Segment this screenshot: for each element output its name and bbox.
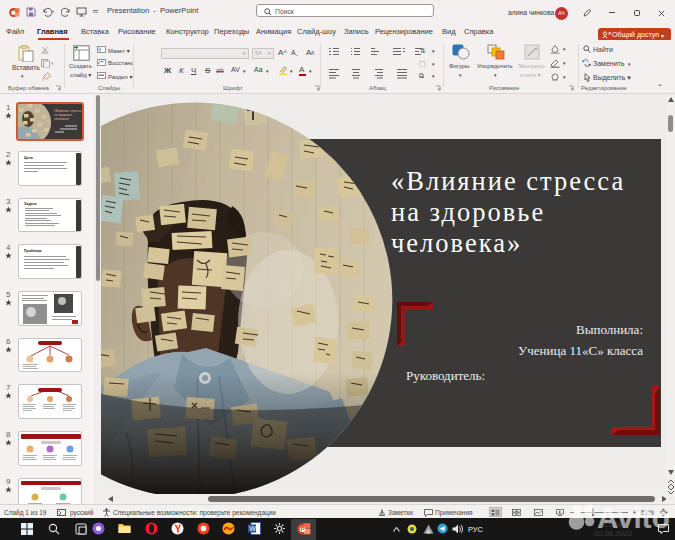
svg-text:P: P bbox=[301, 526, 305, 532]
svg-text:W: W bbox=[249, 525, 256, 532]
svg-text:человека»: человека» bbox=[54, 117, 70, 121]
